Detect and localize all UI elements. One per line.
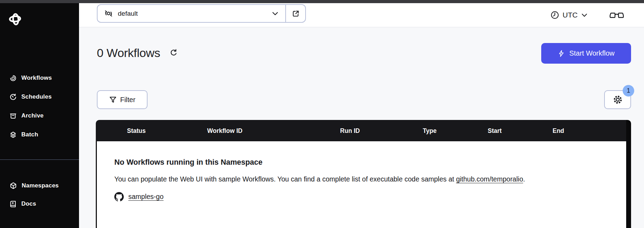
start-workflow-label: Start Workflow (569, 49, 615, 57)
temporalio-github-link[interactable]: github.com/temporalio (456, 175, 523, 183)
sidebar-item-label: Archive (21, 112, 44, 119)
sidebar-item-batch[interactable]: Batch (0, 127, 79, 143)
labs-glasses-icon (609, 10, 624, 20)
namespace-switcher-icon (104, 9, 113, 18)
filter-funnel-icon (109, 96, 117, 104)
gear-icon (613, 94, 623, 105)
samples-go-link[interactable]: samples-go (128, 193, 164, 201)
filter-label: Filter (120, 96, 135, 104)
empty-state-text: You can populate the Web UI with sample … (114, 172, 579, 186)
column-header-end[interactable]: End (552, 127, 564, 134)
docs-icon (9, 200, 17, 208)
window-top-strip (0, 0, 644, 3)
external-link-icon (292, 10, 300, 17)
namespace-value: default (118, 10, 138, 17)
schedules-icon (9, 93, 17, 101)
topbar: default (79, 3, 644, 27)
temporal-web-ui: Workflows Schedules Archive (0, 0, 644, 228)
workflows-table-header: Status Workflow ID Run ID Type Start End (96, 120, 626, 141)
sidebar-item-workflows[interactable]: Workflows (0, 70, 79, 86)
column-header-workflow-id[interactable]: Workflow ID (207, 127, 243, 134)
filter-button[interactable]: Filter (97, 90, 148, 109)
sidebar-item-label: Namespaces (22, 182, 59, 189)
start-workflow-button[interactable]: Start Workflow (541, 43, 631, 64)
sidebar-item-label: Docs (21, 200, 36, 207)
namespaces-icon (9, 182, 17, 190)
chevron-down-icon (581, 12, 588, 19)
sample-repo-row: samples-go (114, 192, 612, 201)
temporal-logo-icon[interactable] (8, 12, 22, 27)
empty-state-body: You can populate the Web UI with sample … (114, 175, 456, 183)
clock-icon (550, 10, 559, 20)
sidebar-item-namespaces[interactable]: Namespaces (0, 178, 79, 194)
sidebar-item-schedules[interactable]: Schedules (0, 89, 79, 105)
namespace-select[interactable]: default (97, 4, 286, 23)
timezone-value: UTC (563, 11, 578, 19)
workflows-icon (9, 74, 17, 82)
sidebar-item-archive[interactable]: Archive (0, 108, 79, 124)
sidebar-item-label: Workflows (21, 74, 52, 81)
column-header-start[interactable]: Start (488, 127, 502, 134)
chevron-down-icon (271, 10, 279, 17)
page-title-row: 0 Workflows (97, 46, 178, 60)
labs-mode-toggle[interactable] (608, 10, 625, 21)
sidebar-item-label: Batch (21, 131, 38, 138)
archive-icon (9, 112, 17, 120)
sidebar-item-docs[interactable]: Docs (0, 196, 79, 212)
refresh-button[interactable] (169, 49, 178, 57)
page-title: 0 Workflows (97, 46, 160, 60)
sidebar-item-label: Schedules (21, 93, 52, 100)
column-header-run-id[interactable]: Run ID (340, 127, 360, 134)
settings-badge: 1 (623, 85, 634, 97)
workflows-table-empty-state: No Workflows running in this Namespace Y… (96, 141, 626, 228)
timezone-select[interactable]: UTC (550, 8, 588, 22)
table-scrollbar[interactable] (626, 120, 631, 228)
settings-badge-count: 1 (627, 87, 630, 94)
column-header-type[interactable]: Type (423, 127, 437, 134)
empty-state-period: . (523, 175, 525, 183)
namespace-selector-group: default (97, 4, 306, 23)
sidebar: Workflows Schedules Archive (0, 0, 79, 228)
column-header-status[interactable]: Status (127, 127, 145, 134)
sidebar-divider (0, 159, 79, 160)
open-namespace-external-button[interactable] (286, 4, 306, 23)
lightning-bolt-icon (558, 50, 565, 57)
batch-icon (9, 131, 17, 138)
github-icon (114, 192, 124, 201)
empty-state-title: No Workflows running in this Namespace (114, 158, 612, 167)
